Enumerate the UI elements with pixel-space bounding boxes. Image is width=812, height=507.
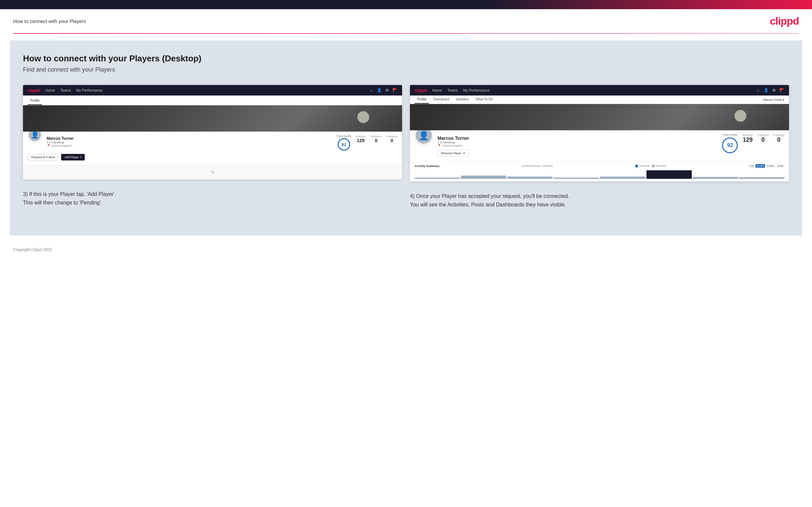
profile-info-2: Marcus Turner 1-5 Handicap 📍 United King… [438,133,717,157]
app-tabbar-1: Profile [23,96,402,105]
main-content: How to connect with your Players (Deskto… [10,40,802,236]
app-tabbar-2: Profile Dashboard Activities What To On … [410,96,789,104]
legend-on-course: On course [635,165,649,167]
activity-period: Monthly Activity · 6 Months [522,164,553,167]
remove-player-x-icon: ✕ [463,152,465,155]
action-buttons-1: Request to Follow Add Player + [28,154,398,161]
remove-player-label: Remove Player [441,152,461,155]
tab-dashboard-2[interactable]: Dashboard [430,96,452,104]
player-name-1: Marcus Turner [47,136,332,141]
player-handicap-1: 1-5 Handicap [47,141,332,144]
screenshot-block-1: clippd Home Teams My Performance ⌕ 👤 ⚙ 🚩… [23,85,402,209]
bar-7 [693,177,738,179]
add-player-icon: + [80,156,82,159]
profile-row-1: 👤 Marcus Turner 1-5 Handicap 📍 United Ki… [28,135,398,151]
period-3mths[interactable]: 3 mths [766,164,775,168]
caption-1: 3) If this is your Player tap, 'Add Play… [23,190,402,207]
settings-icon-2[interactable]: ⚙ [771,88,776,93]
nav-performance-2[interactable]: My Performance [463,88,490,92]
pen-icon-1: ✎ [211,170,215,175]
legend-off-course: Off course [652,165,666,167]
stat-activities-1: Activities 129 [355,135,366,143]
app-logo-1: clippd [28,88,40,93]
stat-following-1: Following 0 [386,135,398,143]
profile-row-2: 👤 Marcus Turner 1-5 Handicap 📍 United Ki… [414,133,784,157]
copyright-text: Copyright Clippd 2022 [13,247,52,252]
clippd-logo: clippd [770,15,799,27]
app-navbar-1: clippd Home Teams My Performance ⌕ 👤 ⚙ 🚩 [23,85,402,96]
player-location-1: 📍 United Kingdom [47,144,332,147]
stat-following-2: Following 0 [773,133,784,144]
activity-legend: On course Off course [635,165,666,167]
hero-circle-2 [734,110,746,122]
request-follow-button[interactable]: Request to Follow [28,154,58,161]
nav-icons-1: ⌕ 👤 ⚙ 🚩 [368,88,398,93]
nav-home-1[interactable]: Home [45,88,55,92]
app-hero-2 [410,104,789,130]
period-buttons: 1 yr 6 mths 3 mths 1 mth [749,164,784,168]
add-player-button[interactable]: Add Player + [61,154,85,161]
nav-teams-2[interactable]: Teams [447,88,458,92]
quality-circle-2: 92 [722,137,738,153]
quality-number-2: 92 [727,143,733,148]
page-title: How to connect with your Players (Deskto… [23,54,789,64]
nav-performance-1[interactable]: My Performance [76,88,103,92]
tab-activities-2[interactable]: Activities [453,96,471,104]
breadcrumb: How to connect with your Players [13,18,86,24]
stat-followers-1: Followers 0 [370,135,382,143]
profile-section-2: 👤 Marcus Turner 1-5 Handicap 📍 United Ki… [410,130,789,161]
bar-5 [600,177,646,179]
stat-followers-2: Followers 0 [757,133,769,144]
profile-info-1: Marcus Turner 1-5 Handicap 📍 United King… [47,135,332,147]
quality-number-1: 92 [341,142,346,147]
nav-home-2[interactable]: Home [432,88,442,92]
user-icon-1[interactable]: 👤 [376,88,382,93]
period-1mth[interactable]: 1 mth [776,164,784,168]
off-course-dot [652,165,655,167]
profile-section-1: 👤 Marcus Turner 1-5 Handicap 📍 United Ki… [23,131,402,165]
settings-icon-1[interactable]: ⚙ [384,88,390,93]
search-icon-1[interactable]: ⌕ [368,88,374,93]
player-dropdown[interactable]: Marcus Turner ▾ [763,98,784,101]
add-player-label: Add Player [64,156,79,159]
activity-title: Activity Summary [414,164,440,168]
header-divider [13,33,799,34]
user-icon-2[interactable]: 👤 [763,88,769,93]
tab-profile-1[interactable]: Profile [28,97,42,105]
hero-circle-1 [357,111,369,123]
footer: Copyright Clippd 2022 [0,242,812,257]
tab-profile-2[interactable]: Profile [414,96,429,104]
location-pin-icon-1: 📍 [47,144,50,147]
nav-icons-2: ⌕ 👤 ⚙ 🚩 [756,88,784,93]
top-bar [0,0,812,9]
app-mockup-2: clippd Home Teams My Performance ⌕ 👤 ⚙ 🚩 [410,85,789,181]
app-hero-1 [23,105,402,131]
activity-section-2: Activity Summary Monthly Activity · 6 Mo… [410,161,789,181]
chevron-down-icon: ▾ [783,98,784,101]
stat-activities-2: Activities 129 [742,133,753,144]
bar-1 [414,177,460,179]
app-navbar-2: clippd Home Teams My Performance ⌕ 👤 ⚙ 🚩 [410,85,789,96]
avatar-icon-1: 👤 [31,131,39,139]
flag-icon-1: 🚩 [392,88,398,93]
player-name-2: Marcus Turner [438,135,717,141]
app-mockup-1: clippd Home Teams My Performance ⌕ 👤 ⚙ 🚩… [23,85,402,179]
location-pin-icon-2: 📍 [438,144,441,147]
bar-3 [507,177,553,179]
nav-teams-1[interactable]: Teams [60,88,71,92]
period-6mths[interactable]: 6 mths [756,164,765,168]
header: How to connect with your Players clippd [0,9,812,33]
bar-8 [739,177,784,179]
tab-what-to-on-2[interactable]: What To On [473,96,496,104]
caption-2: 4) Once your Player has accepted your re… [410,192,789,209]
avatar-icon-2: 👤 [418,130,429,141]
quality-label-1: Player Quality [337,135,351,137]
bar-6 [647,170,692,179]
bar-2 [461,176,506,179]
period-1yr[interactable]: 1 yr [749,164,755,168]
player-handicap-2: 1-5 Handicap [438,141,717,144]
search-icon-2[interactable]: ⌕ [756,88,761,93]
remove-player-button[interactable]: Remove Player ✕ [438,150,469,157]
quality-label-2: Player Quality [723,133,738,136]
page-subtitle: Find and connect with your Players [23,66,789,73]
